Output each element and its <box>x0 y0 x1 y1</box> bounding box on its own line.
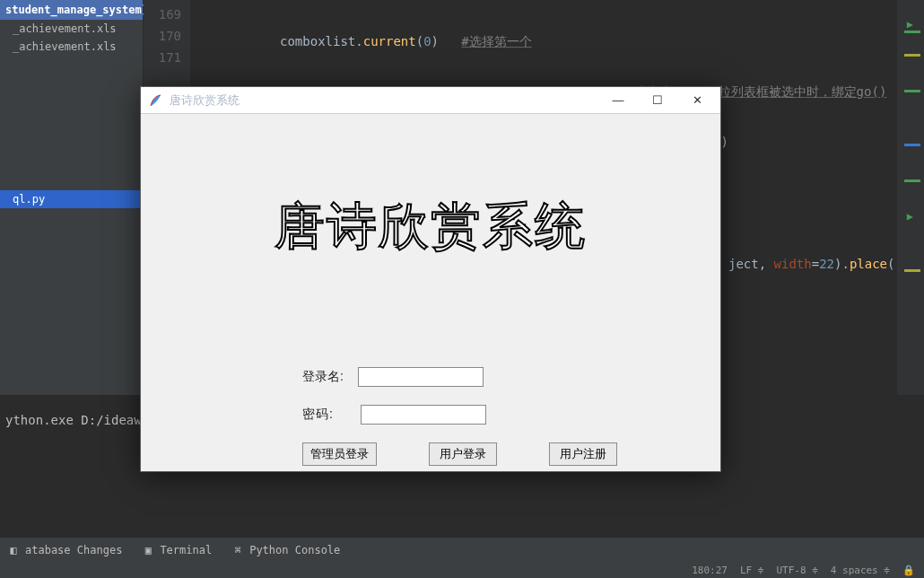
python-console-tab[interactable]: ⌘ Python Console <box>231 544 340 556</box>
terminal-icon: ▣ <box>142 544 154 556</box>
password-label: 密码: <box>302 407 334 423</box>
username-label: 登录名: <box>302 369 344 385</box>
close-button[interactable]: ✕ <box>677 88 717 113</box>
user-register-button[interactable]: 用户注册 <box>549 442 617 466</box>
project-file[interactable]: _achievement.xls <box>0 38 143 56</box>
scroll-strip[interactable]: ▶ ▶ <box>897 0 924 395</box>
file-encoding[interactable]: UTF-8 ≑ <box>776 565 817 576</box>
project-file[interactable]: _achievement.xls <box>0 20 143 38</box>
bottom-toolbar: ◧ atabase Changes ▣ Terminal ⌘ Python Co… <box>0 537 924 562</box>
dialog-titlebar[interactable]: 唐诗欣赏系统 — ☐ ✕ <box>141 87 720 114</box>
line-number: 169 <box>144 5 190 27</box>
tk-feather-icon <box>148 93 162 108</box>
code-line: comboxlist.current(0) #选择第一个 <box>190 34 897 56</box>
login-dialog: 唐诗欣赏系统 — ☐ ✕ 唐诗欣赏系统 登录名: 密码: 管理员登录 用户登录 … <box>140 86 721 472</box>
button-row: 管理员登录 用户登录 用户注册 <box>302 442 617 466</box>
username-row: 登录名: <box>302 367 484 387</box>
password-row: 密码: <box>302 405 486 425</box>
user-login-button[interactable]: 用户登录 <box>429 442 497 466</box>
terminal-tab[interactable]: ▣ Terminal <box>142 544 212 556</box>
marker-icon <box>904 31 920 33</box>
ide-root: student_manage_system] _achievement.xls … <box>0 0 924 578</box>
line-number: 170 <box>144 27 190 48</box>
username-input[interactable] <box>358 367 484 387</box>
indent-setting[interactable]: 4 spaces ≑ <box>831 565 890 576</box>
status-bar: 180:27 LF ≑ UTF-8 ≑ 4 spaces ≑ 🔒 <box>0 562 924 578</box>
project-panel: student_manage_system] _achievement.xls … <box>0 0 144 395</box>
app-heading: 唐诗欣赏系统 <box>141 193 720 261</box>
marker-icon <box>904 144 920 146</box>
line-number: 171 <box>144 48 190 70</box>
project-file-selected[interactable]: ql.py <box>0 190 143 208</box>
caret-position[interactable]: 180:27 <box>692 565 728 576</box>
line-ending[interactable]: LF ≑ <box>740 565 764 576</box>
minimize-button[interactable]: — <box>598 88 638 113</box>
database-changes-tab[interactable]: ◧ atabase Changes <box>7 544 122 556</box>
project-title[interactable]: student_manage_system] <box>0 0 143 20</box>
run-gutter-icon[interactable]: ▶ <box>907 210 913 223</box>
marker-icon <box>904 90 920 92</box>
dialog-body: 唐诗欣赏系统 登录名: 密码: 管理员登录 用户登录 用户注册 <box>141 114 720 471</box>
maximize-button[interactable]: ☐ <box>638 88 677 113</box>
python-icon: ⌘ <box>231 544 244 556</box>
dialog-title-text: 唐诗欣赏系统 <box>170 92 240 109</box>
lock-icon[interactable]: 🔒 <box>902 565 915 576</box>
password-input[interactable] <box>361 405 486 425</box>
marker-icon <box>904 269 920 272</box>
marker-icon <box>904 54 920 57</box>
database-icon: ◧ <box>7 544 20 556</box>
admin-login-button[interactable]: 管理员登录 <box>302 442 377 466</box>
marker-icon <box>904 180 920 182</box>
run-gutter-icon[interactable]: ▶ <box>907 18 913 31</box>
